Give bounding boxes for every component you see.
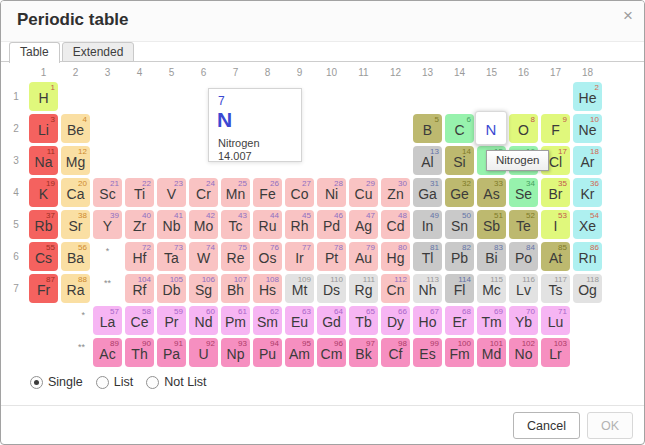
element-I[interactable]: 53I	[541, 210, 570, 239]
element-Mo[interactable]: 42Mo	[189, 210, 218, 239]
element-Lr[interactable]: 103Lr	[541, 338, 570, 367]
element-Ba[interactable]: 56Ba	[61, 242, 90, 271]
element-Pr[interactable]: 59Pr	[157, 306, 186, 335]
element-Md[interactable]: 101Md	[477, 338, 506, 367]
element-U[interactable]: 92U	[189, 338, 218, 367]
element-Fe[interactable]: 26Fe	[253, 178, 282, 207]
element-Tc[interactable]: 43Tc	[221, 210, 250, 239]
element-Hs[interactable]: 108Hs	[253, 274, 282, 303]
element-Sm[interactable]: 62Sm	[253, 306, 282, 335]
element-Fl[interactable]: 114Fl	[445, 274, 474, 303]
element-Sr[interactable]: 38Sr	[61, 210, 90, 239]
element-Zr[interactable]: 40Zr	[125, 210, 154, 239]
element-Gd[interactable]: 64Gd	[317, 306, 346, 335]
element-Sn[interactable]: 50Sn	[445, 210, 474, 239]
element-Mt[interactable]: 109Mt	[285, 274, 314, 303]
element-Bh[interactable]: 107Bh	[221, 274, 250, 303]
element-Si[interactable]: 14Si	[445, 146, 474, 175]
element-Sg[interactable]: 106Sg	[189, 274, 218, 303]
element-At[interactable]: 85At	[541, 242, 570, 271]
element-Be[interactable]: 4Be	[61, 114, 90, 143]
radio-single[interactable]: Single	[30, 375, 83, 389]
element-Pb[interactable]: 82Pb	[445, 242, 474, 271]
element-Fr[interactable]: 87Fr	[29, 274, 58, 303]
element-He[interactable]: 2He	[573, 82, 602, 111]
element-Co[interactable]: 27Co	[285, 178, 314, 207]
element-Ir[interactable]: 77Ir	[285, 242, 314, 271]
element-Ni[interactable]: 28Ni	[317, 178, 346, 207]
element-Ar[interactable]: 18Ar	[573, 146, 602, 175]
element-Rh[interactable]: 45Rh	[285, 210, 314, 239]
element-K[interactable]: 19K	[29, 178, 58, 207]
element-Se[interactable]: 34Se	[509, 178, 538, 207]
cancel-button[interactable]: Cancel	[513, 412, 580, 439]
tab-extended[interactable]: Extended	[62, 42, 135, 62]
element-N[interactable]: 7N	[475, 111, 507, 145]
element-Lv[interactable]: 116Lv	[509, 274, 538, 303]
element-Bk[interactable]: 97Bk	[349, 338, 378, 367]
element-La[interactable]: 57La	[93, 306, 122, 335]
element-Nb[interactable]: 41Nb	[157, 210, 186, 239]
element-Po[interactable]: 84Po	[509, 242, 538, 271]
element-Na[interactable]: 11Na	[29, 146, 58, 175]
element-Cf[interactable]: 98Cf	[381, 338, 410, 367]
radio-icon[interactable]	[96, 376, 109, 389]
element-Es[interactable]: 99Es	[413, 338, 442, 367]
element-B[interactable]: 5B	[413, 114, 442, 143]
element-Db[interactable]: 105Db	[157, 274, 186, 303]
element-Er[interactable]: 68Er	[445, 306, 474, 335]
element-Ds[interactable]: 110Ds	[317, 274, 346, 303]
element-As[interactable]: 33As	[477, 178, 506, 207]
element-Og[interactable]: 118Og	[573, 274, 602, 303]
ok-button[interactable]: OK	[587, 412, 633, 439]
element-Fm[interactable]: 100Fm	[445, 338, 474, 367]
element-Mg[interactable]: 12Mg	[61, 146, 90, 175]
element-Rb[interactable]: 37Rb	[29, 210, 58, 239]
element-W[interactable]: 74W	[189, 242, 218, 271]
element-Rf[interactable]: 104Rf	[125, 274, 154, 303]
element-Br[interactable]: 35Br	[541, 178, 570, 207]
element-Cs[interactable]: 55Cs	[29, 242, 58, 271]
element-Ga[interactable]: 31Ga	[413, 178, 442, 207]
element-Rg[interactable]: 111Rg	[349, 274, 378, 303]
element-Sb[interactable]: 51Sb	[477, 210, 506, 239]
element-Ce[interactable]: 58Ce	[125, 306, 154, 335]
element-Pt[interactable]: 78Pt	[317, 242, 346, 271]
element-In[interactable]: 49In	[413, 210, 442, 239]
element-Mn[interactable]: 25Mn	[221, 178, 250, 207]
element-Ho[interactable]: 67Ho	[413, 306, 442, 335]
element-Tb[interactable]: 65Tb	[349, 306, 378, 335]
element-Li[interactable]: 3Li	[29, 114, 58, 143]
element-Hg[interactable]: 80Hg	[381, 242, 410, 271]
element-Eu[interactable]: 63Eu	[285, 306, 314, 335]
element-Ta[interactable]: 73Ta	[157, 242, 186, 271]
element-Os[interactable]: 76Os	[253, 242, 282, 271]
element-Hf[interactable]: 72Hf	[125, 242, 154, 271]
element-Th[interactable]: 90Th	[125, 338, 154, 367]
tab-table[interactable]: Table	[9, 42, 60, 63]
element-Ca[interactable]: 20Ca	[61, 178, 90, 207]
element-Au[interactable]: 79Au	[349, 242, 378, 271]
element-C[interactable]: 6C	[445, 114, 474, 143]
element-Ts[interactable]: 117Ts	[541, 274, 570, 303]
element-Dy[interactable]: 66Dy	[381, 306, 410, 335]
radio-icon[interactable]	[30, 376, 43, 389]
element-Pa[interactable]: 91Pa	[157, 338, 186, 367]
element-No[interactable]: 102No	[509, 338, 538, 367]
element-Np[interactable]: 93Np	[221, 338, 250, 367]
element-O[interactable]: 8O	[509, 114, 538, 143]
element-Yb[interactable]: 70Yb	[509, 306, 538, 335]
element-Ne[interactable]: 10Ne	[573, 114, 602, 143]
element-Lu[interactable]: 71Lu	[541, 306, 570, 335]
element-Al[interactable]: 13Al	[413, 146, 442, 175]
radio-icon[interactable]	[146, 376, 159, 389]
element-Cm[interactable]: 96Cm	[317, 338, 346, 367]
element-Pm[interactable]: 61Pm	[221, 306, 250, 335]
element-Am[interactable]: 95Am	[285, 338, 314, 367]
element-Mc[interactable]: 115Mc	[477, 274, 506, 303]
element-Ag[interactable]: 47Ag	[349, 210, 378, 239]
element-Ra[interactable]: 88Ra	[61, 274, 90, 303]
element-Y[interactable]: 39Y	[93, 210, 122, 239]
element-Tm[interactable]: 69Tm	[477, 306, 506, 335]
element-Nd[interactable]: 60Nd	[189, 306, 218, 335]
